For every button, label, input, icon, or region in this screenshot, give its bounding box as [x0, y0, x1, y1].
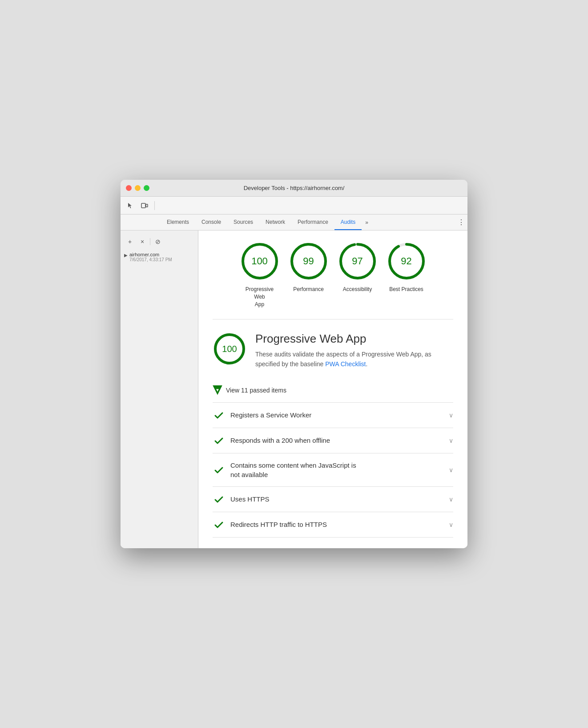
- audit-label: Uses HTTPS: [230, 494, 443, 504]
- device-icon[interactable]: [138, 199, 151, 212]
- window-controls: [126, 185, 149, 191]
- pwa-score-circle: 100: [213, 332, 246, 366]
- score-number: 97: [352, 255, 362, 267]
- checkmark-icon: [213, 410, 225, 421]
- tab-audits[interactable]: Audits: [334, 214, 362, 230]
- score-label: Progressive WebApp: [240, 286, 280, 308]
- checkmark-icon: [213, 465, 225, 475]
- tab-network[interactable]: Network: [259, 214, 291, 230]
- close-button[interactable]: [126, 185, 132, 191]
- checkmark-icon: [213, 435, 225, 446]
- add-audit-button[interactable]: +: [125, 237, 135, 247]
- nav-tabs: Elements Console Sources Network Perform…: [121, 214, 467, 231]
- audit-item[interactable]: Uses HTTPS ∨: [213, 487, 453, 512]
- audit-item[interactable]: Registers a Service Worker ∨: [213, 403, 453, 428]
- audit-label: Responds with a 200 when offline: [230, 436, 443, 445]
- sidebar-controls: + × ⊘: [121, 234, 198, 249]
- score-card: 92 Best Practices: [387, 241, 427, 308]
- audit-label: Contains some content when JavaScript is…: [230, 461, 443, 479]
- audit-item[interactable]: Responds with a 200 when offline ∨: [213, 428, 453, 453]
- pwa-checklist-link[interactable]: PWA Checklist: [325, 360, 366, 368]
- minimize-button[interactable]: [135, 185, 141, 191]
- pwa-title: Progressive Web App: [255, 332, 453, 346]
- chevron-down-icon: ∨: [449, 521, 453, 528]
- toolbar-divider: [154, 201, 155, 210]
- titlebar: Developer Tools - https://airhorner.com/: [121, 180, 467, 197]
- svg-rect-0: [141, 203, 145, 208]
- chevron-down-icon: ∨: [449, 496, 453, 503]
- window-title: Developer Tools - https://airhorner.com/: [244, 185, 345, 191]
- score-number: 92: [401, 255, 411, 267]
- more-tabs-button[interactable]: »: [362, 216, 372, 229]
- audit-item[interactable]: Redirects HTTP traffic to HTTPS ∨: [213, 512, 453, 538]
- pwa-header: 100 Progressive Web App These audits val…: [213, 332, 453, 369]
- main-layout: + × ⊘ ▶ airhorner.com 7/6/2017, 4:33:17 …: [121, 231, 467, 548]
- audit-list: Registers a Service Worker ∨ Responds wi…: [213, 402, 453, 538]
- view-passed-label: View 11 passed items: [226, 387, 286, 394]
- score-card: 97 Accessibility: [338, 241, 378, 308]
- tab-sources[interactable]: Sources: [227, 214, 259, 230]
- score-circle-container: 100: [240, 241, 280, 281]
- audit-label: Redirects HTTP traffic to HTTPS: [230, 520, 443, 529]
- checkmark-icon: [213, 519, 225, 530]
- score-card: 99 Performance: [289, 241, 329, 308]
- score-label: Performance: [293, 286, 324, 293]
- audit-label: Registers a Service Worker: [230, 410, 443, 420]
- chevron-down-icon: ∨: [449, 437, 453, 444]
- sidebar-control-divider: [150, 238, 150, 245]
- pwa-section: 100 Progressive Web App These audits val…: [213, 332, 453, 538]
- cursor-icon[interactable]: [124, 199, 137, 212]
- sidebar-item-name: airhorner.com: [129, 252, 172, 257]
- triangle-down-icon: ▼: [213, 385, 222, 395]
- sidebar-item-date: 7/6/2017, 4:33:17 PM: [129, 257, 172, 262]
- pwa-description: These audits validate the aspects of a P…: [255, 349, 453, 369]
- block-icon[interactable]: ⊘: [153, 237, 163, 247]
- tab-elements[interactable]: Elements: [161, 214, 195, 230]
- view-passed-button[interactable]: ▼ View 11 passed items: [213, 385, 286, 395]
- tab-performance[interactable]: Performance: [291, 214, 334, 230]
- score-circle-container: 97: [338, 241, 378, 281]
- score-cards: 100 Progressive WebApp 99 Performance: [213, 241, 453, 319]
- chevron-down-icon: ∨: [449, 466, 453, 473]
- maximize-button[interactable]: [144, 185, 149, 191]
- score-number: 100: [251, 255, 268, 267]
- toolbar: [121, 197, 467, 214]
- pwa-score-number: 100: [222, 344, 237, 354]
- content-panel: 100 Progressive WebApp 99 Performance: [198, 231, 467, 548]
- pwa-info: Progressive Web App These audits validat…: [255, 332, 453, 369]
- tab-console[interactable]: Console: [195, 214, 227, 230]
- score-number: 99: [303, 255, 314, 267]
- menu-icon[interactable]: ⋮: [455, 216, 467, 229]
- svg-rect-1: [146, 204, 148, 207]
- score-circle-container: 99: [289, 241, 329, 281]
- score-circle-container: 92: [387, 241, 427, 281]
- chevron-right-icon: ▶: [124, 253, 128, 258]
- delete-audit-button[interactable]: ×: [137, 237, 147, 247]
- audit-item[interactable]: Contains some content when JavaScript is…: [213, 453, 453, 487]
- devtools-window: Developer Tools - https://airhorner.com/…: [121, 180, 467, 548]
- score-card: 100 Progressive WebApp: [240, 241, 280, 308]
- checkmark-icon: [213, 494, 225, 505]
- score-label: Best Practices: [389, 286, 423, 293]
- chevron-down-icon: ∨: [449, 412, 453, 419]
- sidebar-item-airhorner[interactable]: ▶ airhorner.com 7/6/2017, 4:33:17 PM: [121, 249, 198, 265]
- score-label: Accessibility: [343, 286, 372, 293]
- sidebar: + × ⊘ ▶ airhorner.com 7/6/2017, 4:33:17 …: [121, 231, 198, 548]
